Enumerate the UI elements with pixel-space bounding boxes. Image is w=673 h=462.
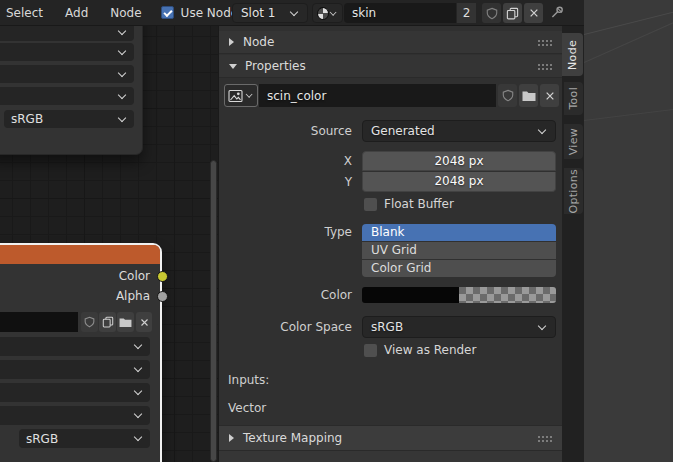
chevron-down-icon (290, 9, 299, 18)
use-nodes-checkbox[interactable] (161, 6, 174, 19)
slot-dropdown[interactable]: Slot 1 (232, 3, 308, 23)
node-dropdown[interactable] (0, 406, 150, 425)
fake-user-shield-button[interactable] (482, 3, 501, 23)
panel-header-properties[interactable]: Properties (219, 55, 562, 78)
float-buffer-label: Float Buffer (384, 197, 454, 211)
node-dropdown[interactable] (0, 26, 134, 41)
node-dropdown[interactable] (0, 360, 150, 379)
shield-icon (502, 89, 514, 102)
panel-header-texture-mapping[interactable]: Texture Mapping (219, 425, 562, 451)
color-swatch-alpha[interactable] (459, 287, 556, 303)
float-buffer-toggle[interactable]: Float Buffer (364, 197, 454, 211)
texture-mapping-label: Texture Mapping (243, 431, 342, 445)
image-datablock-name-field[interactable]: scin_color (259, 84, 496, 107)
unlink-image-button[interactable] (524, 3, 543, 23)
node-image-texture-active[interactable]: Color Alpha sRGB (0, 243, 162, 462)
image-datablock-browse-button[interactable] (224, 84, 258, 107)
view-as-render-checkbox[interactable] (364, 344, 377, 357)
menu-node[interactable]: Node (99, 0, 152, 26)
browse-image-button[interactable] (312, 3, 343, 23)
color-space-value: sRGB (371, 320, 403, 334)
tab-view[interactable]: View (564, 124, 583, 159)
shader-editor-header: Select Add Node Use Nodes Slot 1 skin 2 (0, 0, 584, 26)
inputs-label: Inputs: (228, 373, 269, 387)
menu-select[interactable]: Select (0, 0, 54, 26)
fake-user-shield-button[interactable] (498, 84, 517, 107)
panel-drag-grip-icon[interactable] (537, 63, 552, 70)
image-icon (228, 89, 243, 103)
node-colorspace-dropdown[interactable]: sRGB (4, 110, 134, 128)
alpha-output-socket[interactable] (157, 291, 168, 302)
node-image-name-field[interactable] (0, 312, 78, 332)
unlink-datablock-button[interactable] (540, 84, 559, 107)
tab-options[interactable]: Options (564, 168, 583, 214)
color-space-dropdown[interactable]: sRGB (362, 316, 556, 338)
new-image-button[interactable] (503, 3, 522, 23)
chevron-down-icon (134, 365, 143, 374)
pin-button[interactable] (550, 5, 565, 20)
tab-node[interactable]: Node (562, 33, 583, 76)
chevron-down-icon (538, 127, 547, 136)
folder-icon (522, 90, 536, 102)
node-colorspace-dropdown[interactable]: sRGB (19, 429, 150, 448)
view-as-render-label: View as Render (384, 343, 476, 357)
chevron-down-icon (118, 92, 127, 101)
color-label: Color (218, 287, 352, 303)
node-dropdown[interactable] (0, 65, 134, 83)
panel-drag-grip-icon[interactable] (537, 39, 552, 46)
node-dropdown[interactable] (0, 337, 150, 356)
chevron-down-icon (118, 28, 127, 37)
type-option-label: Color Grid (371, 261, 431, 275)
type-option-blank[interactable]: Blank (362, 224, 556, 241)
sidebar-panel: Node Properties scin_color Source Gener (218, 26, 562, 462)
node-open-image-button[interactable] (117, 312, 134, 332)
chevron-down-icon (118, 70, 127, 79)
sidebar-tab-column: Node Tool View Options (562, 26, 584, 462)
panel-header-node[interactable]: Node (219, 31, 562, 54)
source-dropdown[interactable]: Generated (362, 120, 556, 142)
panel-properties-label: Properties (245, 59, 306, 73)
node-editor-canvas[interactable]: sRGB Color Alpha (0, 26, 218, 462)
image-users-count: 2 (463, 6, 471, 20)
node-image-texture-secondary[interactable]: sRGB (0, 26, 143, 155)
chevron-down-icon (134, 342, 143, 351)
tab-options-label: Options (567, 169, 580, 214)
node-unlink-image-button[interactable] (136, 312, 152, 332)
chevron-down-icon (330, 9, 337, 16)
source-label: Source (218, 120, 352, 142)
node-new-image-button[interactable] (99, 312, 116, 332)
node-dropdown[interactable] (0, 87, 134, 105)
panel-node-label: Node (243, 35, 274, 49)
node-dropdown[interactable] (0, 43, 134, 61)
node-header-bar[interactable] (0, 245, 160, 264)
node-dropdown[interactable] (0, 383, 150, 402)
type-option-label: UV Grid (371, 243, 417, 257)
tab-tool-label: Tool (567, 87, 580, 110)
node-fake-user-button[interactable] (81, 312, 98, 332)
chevron-down-icon (134, 434, 143, 443)
image-browse-icon (317, 7, 329, 20)
canvas-vertical-scrollbar[interactable] (210, 160, 217, 462)
y-size-slider[interactable]: 2048 px (362, 172, 556, 192)
type-option-color-grid[interactable]: Color Grid (362, 260, 556, 277)
x-size-slider[interactable]: 2048 px (362, 151, 556, 171)
close-icon (529, 8, 539, 18)
adjacent-viewport-region[interactable] (584, 0, 673, 462)
panel-drag-grip-icon[interactable] (537, 435, 552, 442)
color-output-socket[interactable] (157, 271, 168, 282)
output-color-label: Color (30, 269, 150, 283)
copy-pages-icon (506, 7, 519, 20)
tab-tool[interactable]: Tool (564, 82, 583, 115)
image-users-count-button[interactable]: 2 (456, 3, 476, 23)
float-buffer-checkbox[interactable] (364, 198, 377, 211)
view-as-render-toggle[interactable]: View as Render (364, 343, 476, 357)
image-name-field[interactable]: skin (344, 3, 456, 23)
color-space-label: Color Space (218, 316, 352, 338)
open-image-button[interactable] (519, 84, 538, 107)
type-label: Type (218, 224, 352, 241)
pin-icon (550, 5, 565, 20)
type-option-uv-grid[interactable]: UV Grid (362, 242, 556, 259)
color-swatch-rgb[interactable] (362, 287, 459, 303)
y-label: Y (218, 172, 352, 192)
menu-add[interactable]: Add (54, 0, 99, 26)
